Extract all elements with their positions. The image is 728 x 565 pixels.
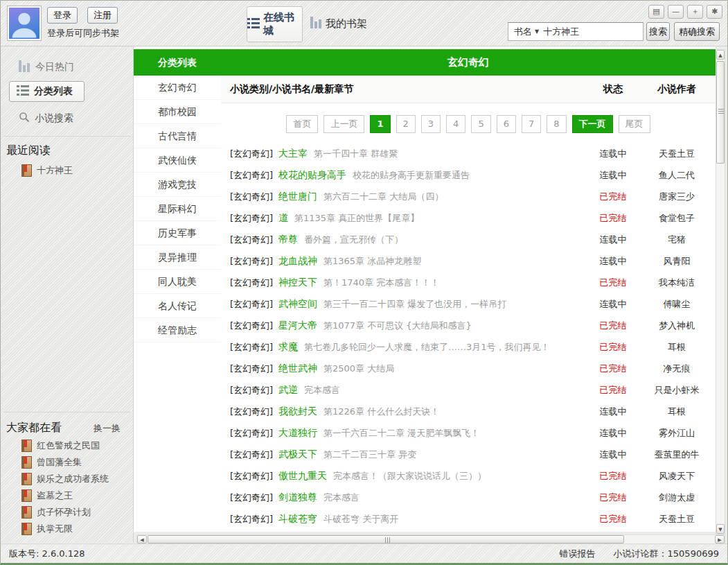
maximize-button[interactable]: ＋: [687, 5, 703, 19]
row-author: 天蚕土豆: [643, 513, 710, 525]
table-row[interactable]: [玄幻奇幻] 武极天下 第二千二百三十章 异变 连载中 蚕茧里的牛: [221, 444, 716, 465]
row-book-title[interactable]: 大主宰: [278, 148, 308, 160]
table-row[interactable]: [玄幻奇幻] 求魔 第七卷几多轮回少一人求魔，结束了……3月1号，我们再见！ 已…: [221, 336, 716, 358]
row-book-title[interactable]: 斗破苍穹: [278, 513, 317, 525]
page-button[interactable]: 上一页: [323, 115, 364, 133]
exact-search-button[interactable]: 精确搜索: [674, 22, 720, 41]
page-button[interactable]: 8: [547, 115, 566, 133]
everyone-book-item[interactable]: 红色警戒之民国: [21, 440, 133, 452]
vertical-scrollbar[interactable]: ▲ ▼: [716, 49, 725, 534]
row-book-title[interactable]: 我欲封天: [278, 406, 317, 418]
horizontal-scrollbar-thumb[interactable]: [148, 535, 624, 544]
row-book-title[interactable]: 大道独行: [278, 427, 317, 440]
category-item[interactable]: 同人耽美: [134, 270, 221, 294]
row-book-title[interactable]: 武逆: [278, 384, 298, 397]
everyone-book-item[interactable]: 执掌无限: [21, 523, 133, 535]
everyone-book-item[interactable]: 曾国藩全集: [21, 456, 133, 469]
table-row[interactable]: [玄幻奇幻] 道 第1135章 真正的世界【尾章】 已完结 食堂包子: [221, 207, 716, 229]
scroll-left-icon[interactable]: ◀: [137, 535, 147, 544]
table-row[interactable]: [玄幻奇幻] 我欲封天 第1226章 什么什么封天诀！ 连载中 耳根: [221, 401, 716, 422]
row-author: 净无痕: [643, 363, 710, 375]
vertical-scrollbar-thumb[interactable]: [716, 61, 725, 164]
page-button[interactable]: 7: [522, 115, 541, 133]
table-row[interactable]: [玄幻奇幻] 绝世唐门 第六百二十二章 大结局（四） 已完结 唐家三少: [221, 186, 716, 207]
window-controls: ▤ — ＋ ✱: [648, 5, 722, 19]
table-row[interactable]: [玄幻奇幻] 斗破苍穹 斗破苍穹 关于离开 已完结 天蚕土豆: [221, 508, 716, 530]
error-report-link[interactable]: 错误报告: [560, 548, 596, 560]
table-row[interactable]: [玄幻奇幻] 大主宰 第一千四十章 群雄聚 连载中 天蚕土豆: [221, 143, 716, 164]
search-value[interactable]: 十方神王: [543, 26, 579, 38]
online-store-button[interactable]: 在线书城: [247, 6, 303, 42]
close-button[interactable]: ✱: [707, 5, 722, 19]
category-item[interactable]: 游戏竞技: [134, 173, 221, 197]
search-field-selector[interactable]: 书名: [514, 26, 532, 38]
scroll-up-icon[interactable]: ▲: [716, 50, 725, 60]
page-button[interactable]: 尾页: [619, 115, 650, 133]
table-row[interactable]: [玄幻奇幻] 傲世九重天 完本感言！（跟大家说说话儿（三）） 已完结 风凌天下: [221, 465, 716, 487]
table-row[interactable]: [玄幻奇幻] 神控天下 第！1740章 完本感言！！！ 已完结 我本纯洁: [221, 272, 716, 293]
toolbar: 登录 注册 登录后可同步书架 在线书城 我的书架 书名 ▼ 十方神王 搜索 精确…: [1, 1, 727, 46]
scroll-down-icon[interactable]: ▼: [716, 524, 725, 534]
table-row[interactable]: [玄幻奇幻] 武神空间 第三千一百二十四章 爆发了也没用，一样吊打 连载中 傅啸…: [221, 293, 716, 315]
everyone-book-item[interactable]: 娱乐之成功者系统: [21, 473, 133, 485]
table-row[interactable]: [玄幻奇幻] 校花的贴身高手 校花的贴身高手更新重要通告 连载中 鱼人二代: [221, 164, 716, 186]
category-item[interactable]: 武侠仙侠: [134, 148, 221, 173]
recent-book-item[interactable]: 十方神王: [21, 164, 133, 177]
row-book-title[interactable]: 星河大帝: [278, 320, 317, 332]
sidebar-item-today-hot[interactable]: 今日热门: [19, 60, 133, 74]
row-book-title[interactable]: 武极天下: [278, 449, 317, 461]
refresh-link[interactable]: 换一换: [94, 422, 121, 435]
category-item[interactable]: 历史军事: [134, 221, 221, 245]
horizontal-scrollbar[interactable]: ◀ ▶: [136, 534, 725, 544]
page-button[interactable]: 下一页: [572, 115, 613, 133]
table-row[interactable]: [玄幻奇幻] 星河大帝 第1077章 不可思议 {大结局和感言} 已完结 梦入神…: [221, 315, 716, 336]
category-item[interactable]: 星际科幻: [134, 197, 221, 221]
category-item[interactable]: 名人传记: [134, 294, 221, 318]
category-item[interactable]: 都市校园: [134, 100, 221, 124]
register-button[interactable]: 注册: [87, 7, 118, 24]
list-icon: [17, 85, 29, 98]
page-button[interactable]: 6: [497, 115, 516, 133]
search-input[interactable]: 书名 ▼ 十方神王: [508, 22, 643, 41]
table-row[interactable]: [玄幻奇幻] 帝尊 番外篇，宣无邪传（下） 连载中 宅猪: [221, 229, 716, 250]
row-book-title[interactable]: 剑道独尊: [278, 492, 317, 504]
sidebar-item-novel-search[interactable]: 小说搜索: [19, 112, 133, 125]
page-button[interactable]: 4: [446, 115, 465, 133]
table-row[interactable]: [玄幻奇幻] 绝世武神 第2500章 大结局 已完结 净无痕: [221, 358, 716, 379]
everyone-book-item[interactable]: 贞子怀孕计划: [21, 506, 133, 519]
sidebar-item-category-list[interactable]: 分类列表: [9, 81, 85, 102]
avatar[interactable]: [8, 6, 41, 40]
login-button[interactable]: 登录: [47, 7, 78, 24]
category-item[interactable]: 灵异推理: [134, 245, 221, 270]
everyone-book-item[interactable]: 盗墓之王: [21, 489, 133, 502]
chevron-down-icon[interactable]: ▼: [535, 28, 539, 35]
table-row[interactable]: [玄幻奇幻] 武逆 完本感言 已完结 只是小虾米: [221, 379, 716, 401]
row-book-title[interactable]: 龙血战神: [278, 255, 317, 268]
page-button[interactable]: 3: [421, 115, 441, 133]
table-row[interactable]: [玄幻奇幻] 剑道独尊 完本感言 已完结 剑游太虚: [221, 487, 716, 508]
row-book-title[interactable]: 神控天下: [278, 277, 317, 289]
category-item[interactable]: 古代言情: [134, 124, 221, 148]
scroll-right-icon[interactable]: ▶: [715, 535, 725, 544]
row-book-title[interactable]: 校花的贴身高手: [278, 169, 346, 182]
page-button[interactable]: 1: [370, 115, 390, 133]
menu-button[interactable]: ▤: [648, 5, 664, 19]
row-book-title[interactable]: 帝尊: [278, 234, 298, 246]
table-row[interactable]: [玄幻奇幻] 大道独行 第一千六百二十二章 漫天肥羊飘飘飞！ 连载中 雾外江山: [221, 422, 716, 444]
minimize-button[interactable]: —: [668, 5, 684, 19]
search-button[interactable]: 搜索: [646, 22, 670, 41]
row-book-title[interactable]: 道: [278, 212, 288, 225]
page-button[interactable]: 2: [396, 115, 416, 133]
row-book-title[interactable]: 武神空间: [278, 298, 317, 311]
row-book-title[interactable]: 求魔: [278, 341, 298, 354]
row-book-title[interactable]: 绝世唐门: [278, 191, 317, 203]
row-book-title[interactable]: 绝世武神: [278, 363, 317, 375]
page-button[interactable]: 5: [471, 115, 490, 133]
my-shelf-button[interactable]: 我的书架: [310, 17, 367, 31]
category-item[interactable]: 玄幻奇幻: [134, 76, 221, 100]
page-button[interactable]: 首页: [286, 115, 318, 133]
row-book-title[interactable]: 傲世九重天: [278, 470, 327, 483]
row-status-badge: 已完结: [583, 384, 643, 397]
category-item[interactable]: 经管励志: [134, 318, 221, 342]
table-row[interactable]: [玄幻奇幻] 龙血战神 第1365章 冰晶神龙雕塑 连载中 风青阳: [221, 250, 716, 272]
